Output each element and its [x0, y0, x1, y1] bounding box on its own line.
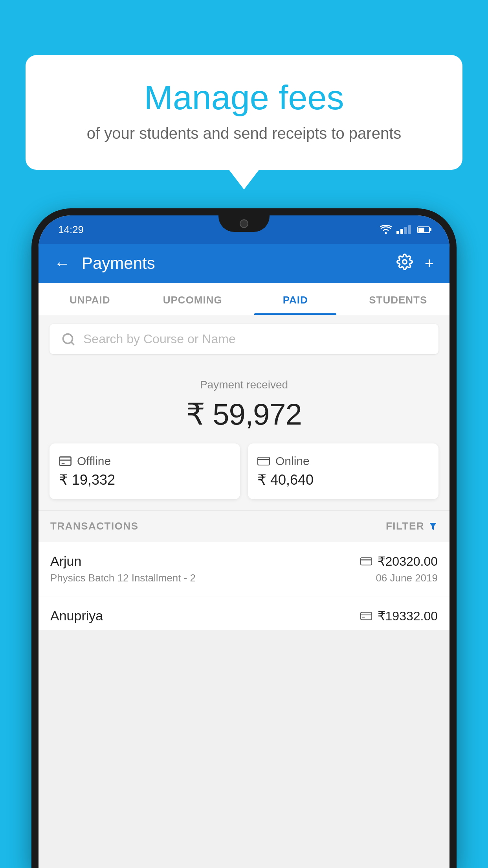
phone-frame: 14:29: [31, 208, 457, 868]
status-time: 14:29: [58, 224, 84, 236]
search-placeholder: Search by Course or Name: [83, 332, 236, 346]
payment-section: Payment received ₹ 59,972: [39, 363, 449, 443]
transaction-card-icon: [360, 557, 372, 566]
transaction-row-partial[interactable]: Anupriya ₹19332.00: [39, 596, 449, 630]
back-button[interactable]: ←: [54, 256, 70, 271]
payment-label: Payment received: [50, 379, 438, 391]
phone-notch: [218, 215, 270, 232]
svg-marker-8: [429, 523, 437, 530]
tab-paid[interactable]: PAID: [244, 283, 347, 315]
tabs-bar: UNPAID UPCOMING PAID STUDENTS: [39, 283, 449, 315]
svg-rect-4: [59, 457, 71, 465]
online-payment-card: Online ₹ 40,640: [248, 443, 438, 499]
bubble-subtitle: of your students and send receipts to pa…: [57, 125, 431, 142]
speech-bubble: Manage fees of your students and send re…: [26, 55, 462, 170]
svg-rect-6: [258, 457, 270, 465]
payment-cards: Offline ₹ 19,332 Online ₹ 40,640: [39, 443, 449, 510]
transaction-bottom: Physics Batch 12 Installment - 2 06 June…: [50, 572, 438, 584]
transaction-row[interactable]: Arjun ₹20320.00 Physics Batch 12 Install…: [39, 542, 449, 596]
transaction-course: Physics Batch 12 Installment - 2: [50, 572, 196, 584]
tab-unpaid[interactable]: UNPAID: [39, 283, 141, 315]
svg-rect-9: [360, 557, 371, 565]
settings-icon[interactable]: [396, 254, 413, 274]
payment-amount: ₹ 59,972: [50, 397, 438, 432]
svg-line-3: [71, 342, 74, 344]
bubble-title: Manage fees: [57, 79, 431, 117]
transactions-label: TRANSACTIONS: [50, 520, 139, 532]
svg-rect-11: [360, 612, 371, 620]
offline-label: Offline: [77, 454, 111, 468]
transaction-amount: ₹20320.00: [378, 554, 438, 569]
background: Manage fees of your students and send re…: [0, 0, 488, 868]
notch-camera: [240, 219, 248, 228]
filter-label: FILTER: [386, 520, 424, 532]
phone-inner: 14:29: [39, 215, 449, 868]
offline-payment-card: Offline ₹ 19,332: [50, 443, 240, 499]
svg-point-0: [385, 232, 387, 234]
transaction-date: 06 June 2019: [376, 572, 438, 584]
transaction-amount-wrap-2: ₹19332.00: [360, 609, 438, 623]
app-header: ← Payments +: [39, 244, 449, 283]
filter-icon: [428, 522, 438, 531]
transaction-offline-icon: [360, 612, 372, 620]
transaction-amount-wrap: ₹20320.00: [360, 554, 438, 569]
transaction-name: Arjun: [50, 554, 81, 569]
online-card-header: Online: [257, 454, 429, 468]
transactions-header: TRANSACTIONS FILTER: [39, 510, 449, 542]
transaction-amount-2: ₹19332.00: [378, 609, 438, 623]
speech-bubble-container: Manage fees of your students and send re…: [26, 55, 462, 170]
search-box[interactable]: Search by Course or Name: [50, 324, 438, 354]
search-icon: [61, 332, 75, 346]
battery-icon: [417, 226, 430, 233]
offline-amount: ₹ 19,332: [59, 472, 231, 488]
search-container: Search by Course or Name: [39, 315, 449, 363]
status-bar: 14:29: [39, 215, 449, 244]
header-icons: +: [396, 254, 434, 274]
tab-upcoming[interactable]: UPCOMING: [141, 283, 244, 315]
wifi-icon: [380, 225, 392, 234]
tab-students[interactable]: STUDENTS: [347, 283, 450, 315]
add-button[interactable]: +: [425, 255, 434, 272]
online-amount: ₹ 40,640: [257, 472, 429, 488]
filter-button[interactable]: FILTER: [386, 520, 438, 532]
header-title: Payments: [82, 254, 385, 273]
offline-payment-icon: [59, 455, 72, 467]
status-icons: [380, 225, 430, 234]
online-payment-icon: [257, 457, 270, 465]
transaction-top-partial: Anupriya ₹19332.00: [50, 608, 438, 623]
offline-card-header: Offline: [59, 454, 231, 468]
transaction-top: Arjun ₹20320.00: [50, 554, 438, 569]
transaction-name-2: Anupriya: [50, 608, 103, 623]
svg-point-1: [402, 259, 407, 264]
signal-bars-icon: [396, 225, 411, 234]
online-label: Online: [275, 454, 310, 468]
